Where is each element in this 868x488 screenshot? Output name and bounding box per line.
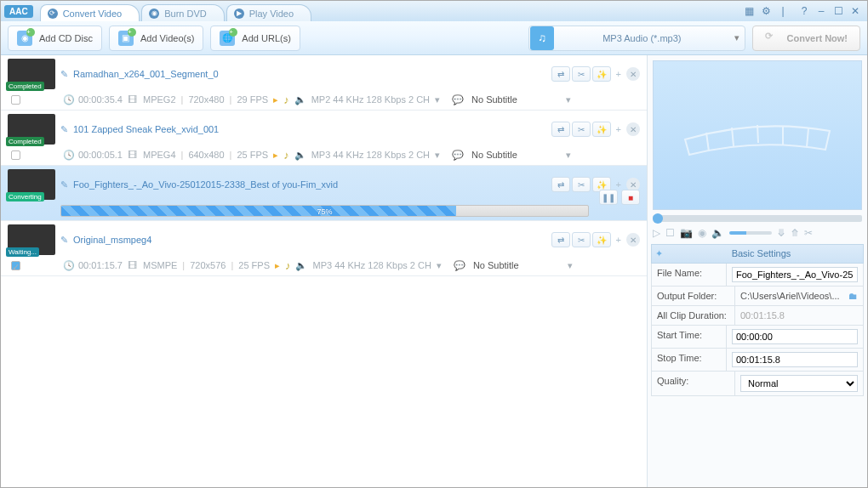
subtitle-dropdown[interactable]: No Subtitle [467,93,527,106]
gear-icon[interactable]: ⚙ [758,3,774,19]
folder-value: C:\Users\Ariel\Videos\... [740,291,845,301]
magic-icon[interactable]: ✨ [592,122,611,137]
start-input[interactable] [732,329,858,344]
btn-label: Add Video(s) [140,33,194,43]
tab-label: Convert Video [63,9,123,19]
play-icon: ▶ [234,9,244,19]
add-cd-button[interactable]: ◉Add CD Disc [8,26,102,51]
edit-icon[interactable]: ✎ [60,124,68,135]
music-icon: ♪ [285,259,291,272]
trim-end-icon[interactable]: ⤊ [791,227,799,239]
seek-bar[interactable] [653,215,862,222]
close-icon[interactable]: ✕ [848,3,863,19]
list-row[interactable]: Converting ✎ Foo_Fighters_-_Ao_Vivo-2501… [1,166,647,221]
remove-icon[interactable]: ✕ [626,67,640,81]
trim-start-icon[interactable]: ⤋ [777,227,785,239]
stop-icon[interactable]: ■ [621,190,640,205]
file-name[interactable]: Original_msmpeg4 [73,235,151,245]
convert-now-button[interactable]: ⟳Convert Now! [752,26,861,51]
file-name[interactable]: Foo_Fighters_-_Ao_Vivo-25012015-2338_Bes… [73,179,338,190]
quality-select[interactable]: Normal [740,375,858,392]
edit-icon[interactable]: ✎ [60,69,68,80]
scissors-icon[interactable]: ✂ [572,177,591,192]
list-row[interactable]: Waiting... ✎ Original_msmpeg4 ⇄ ✂ ✨ + ✕ … [1,221,647,276]
add-icon[interactable]: + [616,69,621,79]
help-icon[interactable]: ? [797,3,812,19]
tab-play-video[interactable]: ▶Play Video [226,4,311,21]
scissors-icon[interactable]: ✂ [572,66,591,82]
stop-input[interactable] [732,352,858,367]
cd-icon: ◉ [17,31,32,46]
maximize-icon[interactable]: ☐ [831,3,846,19]
svg-line-4 [807,128,808,147]
film-icon: 🎞 [128,260,138,270]
chevron-down-icon[interactable]: ▾ [435,150,440,161]
grid-icon[interactable]: ▦ [741,3,757,19]
add-url-button[interactable]: 🌐Add URL(s) [210,26,300,51]
file-name[interactable]: 101 Zapped Sneak Peek_xvid_001 [73,124,219,134]
app-logo: AAC [4,5,33,18]
add-icon[interactable]: + [616,124,621,134]
list-row[interactable]: Completed ✎ 101 Zapped Sneak Peek_xvid_0… [1,111,647,166]
subtitle-dropdown[interactable]: No Subtitle [469,258,528,272]
filename-input[interactable] [732,267,858,282]
subtitle-dropdown[interactable]: No Subtitle [467,148,527,162]
add-icon[interactable]: + [616,179,621,190]
chevron-down-icon[interactable]: ▾ [568,260,573,271]
volume-slider[interactable] [729,231,772,235]
minimize-icon[interactable]: – [814,3,829,19]
chevron-down-icon[interactable]: ▾ [437,260,442,271]
svg-line-0 [706,133,709,151]
magic-icon[interactable]: ✨ [592,66,611,82]
tab-convert-video[interactable]: ⟳Convert Video [40,4,140,21]
filmstrip-icon [681,114,834,156]
edit-icon[interactable]: ✎ [60,179,68,190]
scissors-icon[interactable]: ✂ [572,122,591,137]
resolution: 720x480 [188,94,224,105]
codec: MPEG2 [143,94,176,105]
repeat-icon[interactable]: ⇄ [551,66,570,82]
output-format-dropdown[interactable]: ♫MP3 Audio (*.mp3)▾ [528,26,745,51]
camera-icon[interactable]: 📷 [680,227,693,239]
resolution: 720x576 [190,260,226,270]
chevron-right-icon: ▸ [275,260,280,271]
divider: | [775,3,791,19]
repeat-icon[interactable]: ⇄ [551,232,570,247]
folder-icon[interactable]: 🖿 [848,291,858,301]
tab-burn-dvd[interactable]: ◉Burn DVD [141,4,225,21]
remove-icon[interactable]: ✕ [626,122,640,136]
music-icon: ♪ [283,94,289,106]
checkbox[interactable] [11,95,20,105]
subtitle-icon: 💬 [452,94,462,105]
status-badge: Completed [6,137,44,146]
checkbox[interactable]: ✓ [11,261,20,270]
checkbox[interactable] [11,150,20,160]
chevron-down-icon[interactable]: ▾ [566,94,571,105]
clipdur-value: 00:01:15.8 [735,306,863,325]
scissors-icon[interactable]: ✂ [572,232,591,247]
add-icon[interactable]: + [616,235,621,245]
cut-icon[interactable]: ✂ [804,227,813,239]
chevron-down-icon[interactable]: ▾ [435,94,440,105]
edit-icon[interactable]: ✎ [60,235,68,246]
volume-icon[interactable]: 🔈 [711,227,724,239]
status-badge: Completed [6,82,44,91]
play-icon[interactable]: ▷ [653,227,660,239]
music-icon: ♪ [283,149,289,162]
repeat-icon[interactable]: ⇄ [551,122,570,137]
film-icon: 🎞 [128,94,138,105]
magic-icon[interactable]: ✨ [592,232,611,247]
chevron-down-icon[interactable]: ▾ [566,150,571,161]
player-controls: ▷ ☐ 📷 ◉ 🔈 ⤋ ⤊ ✂ [648,222,867,244]
tab-label: Play Video [249,9,294,19]
fps: 29 FPS [237,94,268,105]
audio-info: MP3 44 KHz 128 Kbps 2 CH [312,260,431,270]
pause-icon[interactable]: ❚❚ [599,190,618,205]
eye-icon[interactable]: ◉ [698,227,706,239]
add-video-button[interactable]: ▣Add Video(s) [109,26,203,51]
repeat-icon[interactable]: ⇄ [551,177,570,192]
stop-icon[interactable]: ☐ [665,227,675,239]
list-row[interactable]: Completed ✎ Ramadhan_x264_001_Segment_0 … [1,55,647,111]
file-name[interactable]: Ramadhan_x264_001_Segment_0 [73,69,219,79]
remove-icon[interactable]: ✕ [626,233,640,247]
